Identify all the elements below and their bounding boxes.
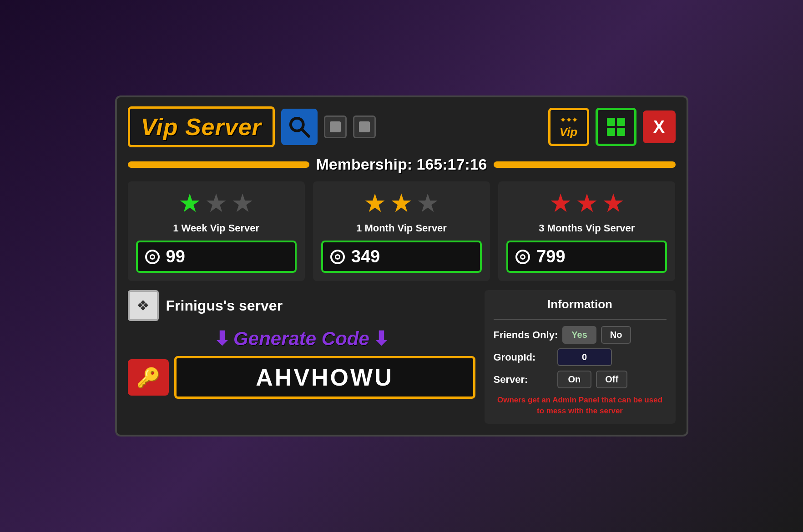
title-box: Vip Server xyxy=(128,106,275,147)
grid-badge[interactable] xyxy=(596,108,636,146)
star-1-gold: ★ xyxy=(364,191,386,216)
minimize-icon xyxy=(330,121,341,132)
robux-icon-3months xyxy=(515,250,530,264)
star-3-red: ★ xyxy=(602,191,625,216)
server-label: Server: xyxy=(494,374,553,386)
friends-only-row: Friends Only: Yes No xyxy=(494,326,667,344)
close-button[interactable]: X xyxy=(643,110,676,143)
server-name-row: ❖ Frinigus's server xyxy=(128,290,475,321)
vip-badge-label: Vip xyxy=(560,125,577,139)
code-row: 🔑 AHVHOWU xyxy=(128,356,475,399)
minimize-button[interactable] xyxy=(324,115,347,138)
membership-bar: Membership: 165:17:16 xyxy=(128,156,676,173)
card-week-label: 1 Week Vip Server xyxy=(173,222,259,234)
stars-3months: ★ ★ ★ xyxy=(549,191,625,216)
friends-no-button[interactable]: No xyxy=(601,326,631,344)
generate-code-label: Generate Code xyxy=(233,328,369,350)
price-month: 349 xyxy=(351,247,380,266)
code-display: AHVHOWU xyxy=(174,356,475,399)
card-month: ★ ★ ★ 1 Month Vip Server 349 xyxy=(313,181,490,281)
group-id-row: GroupId: xyxy=(494,348,667,366)
price-box-3months[interactable]: 799 xyxy=(506,241,667,273)
arrow-right-icon: ⬇ xyxy=(373,327,389,350)
server-on-button[interactable]: On xyxy=(557,371,592,388)
card-week: ★ ★ ★ 1 Week Vip Server 99 xyxy=(128,181,305,281)
server-icon: ❖ xyxy=(128,290,159,321)
header: Vip Server ✦✦✦ Vip X xyxy=(128,106,676,147)
membership-line-right xyxy=(494,161,676,168)
card-3months: ★ ★ ★ 3 Months Vip Server 799 xyxy=(498,181,675,281)
search-icon xyxy=(288,115,311,139)
lock-icon: 🔑 xyxy=(136,366,160,389)
lock-button[interactable]: 🔑 xyxy=(128,359,169,396)
group-id-label: GroupId: xyxy=(494,351,553,363)
code-text: AHVHOWU xyxy=(256,364,393,391)
star-2-empty: ★ xyxy=(205,191,227,216)
stars-month: ★ ★ ★ xyxy=(364,191,439,216)
restore-icon xyxy=(359,121,370,132)
group-id-input[interactable] xyxy=(557,348,612,366)
arrow-left-icon: ⬇ xyxy=(214,327,230,350)
card-month-label: 1 Month Vip Server xyxy=(356,222,447,234)
star-2-red: ★ xyxy=(576,191,598,216)
search-button[interactable] xyxy=(281,109,318,145)
membership-line-left xyxy=(128,161,310,168)
card-3months-label: 3 Months Vip Server xyxy=(539,222,635,234)
information-panel: Information Friends Only: Yes No GroupId… xyxy=(485,290,676,424)
generate-code-button[interactable]: ⬇ Generate Code ⬇ xyxy=(128,327,475,350)
svg-line-1 xyxy=(302,129,309,136)
star-2-gold: ★ xyxy=(390,191,413,216)
server-row: Server: On Off xyxy=(494,371,667,388)
cards-row: ★ ★ ★ 1 Week Vip Server 99 ★ ★ ★ 1 Month… xyxy=(128,181,676,281)
friends-only-label: Friends Only: xyxy=(494,329,558,341)
friends-yes-button[interactable]: Yes xyxy=(562,326,596,344)
page-title: Vip Server xyxy=(141,114,262,140)
stars-week: ★ ★ ★ xyxy=(178,191,254,216)
information-title: Information xyxy=(494,297,667,311)
grid-icon xyxy=(607,118,625,136)
robux-icon-month xyxy=(330,250,345,264)
star-3-empty: ★ xyxy=(231,191,254,216)
vip-stars-icon: ✦✦✦ xyxy=(560,115,577,125)
server-name: Frinigus's server xyxy=(166,297,283,314)
admin-panel-note: Owners get an Admin Panel that can be us… xyxy=(494,395,667,417)
star-1-red: ★ xyxy=(549,191,572,216)
star-1-filled: ★ xyxy=(178,191,201,216)
left-section: ❖ Frinigus's server ⬇ Generate Code ⬇ 🔑 … xyxy=(128,290,475,424)
vip-badge[interactable]: ✦✦✦ Vip xyxy=(548,108,589,146)
bottom-section: ❖ Frinigus's server ⬇ Generate Code ⬇ 🔑 … xyxy=(128,290,676,424)
restore-button[interactable] xyxy=(353,115,376,138)
server-off-button[interactable]: Off xyxy=(596,371,627,388)
star-3-empty-m: ★ xyxy=(416,191,439,216)
robux-icon-week xyxy=(145,250,160,264)
price-week: 99 xyxy=(166,247,185,266)
server-icon-symbol: ❖ xyxy=(136,297,150,314)
price-3months: 799 xyxy=(536,247,565,266)
membership-label: Membership: 165:17:16 xyxy=(316,156,487,173)
price-box-week[interactable]: 99 xyxy=(136,241,297,273)
price-box-month[interactable]: 349 xyxy=(321,241,482,273)
info-divider xyxy=(494,319,667,320)
vip-server-modal: Vip Server ✦✦✦ Vip X xyxy=(115,95,688,437)
